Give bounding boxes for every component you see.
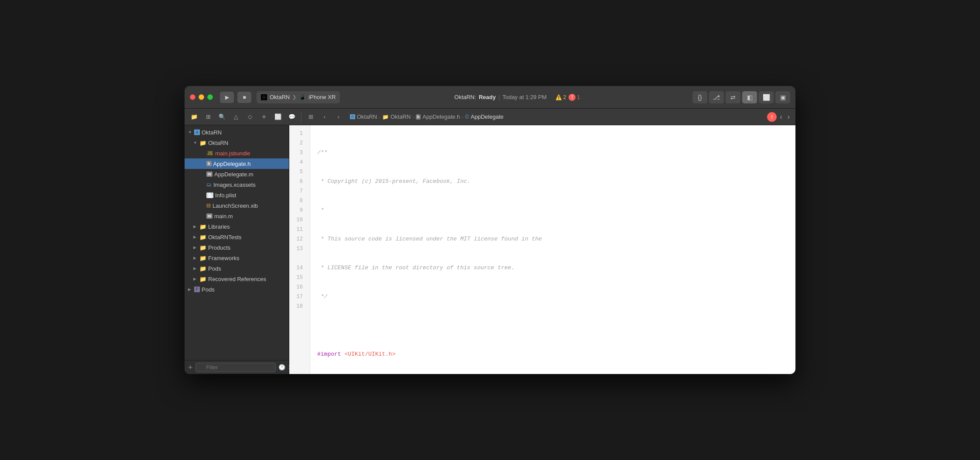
- filter-input[interactable]: [195, 363, 276, 372]
- code-editor[interactable]: 1 2 3 4 5 6 7 8 9 10 11 12 13 · 14 15 16: [289, 125, 795, 374]
- play-button[interactable]: ▶: [220, 92, 234, 103]
- layout-center-button[interactable]: ⬜: [759, 91, 774, 103]
- cmt-1: /**: [317, 148, 327, 158]
- tree-item-pods-root[interactable]: 🅿 Pods: [185, 284, 289, 295]
- line-num-13b: ·: [289, 254, 306, 263]
- error-nav-indicator: !: [767, 112, 777, 122]
- breadcrumb-item-1[interactable]: 🅰 OktaRN: [350, 113, 377, 120]
- symbol-view-button[interactable]: ⊞: [202, 111, 214, 123]
- tree-item-main-m[interactable]: m main.m: [185, 211, 289, 221]
- code-line-6: */: [317, 292, 795, 302]
- tree-item-products[interactable]: 📁 Products: [185, 242, 289, 253]
- chat-button[interactable]: 💬: [286, 111, 298, 123]
- minimize-button[interactable]: [199, 94, 204, 100]
- nav-prev-button[interactable]: ‹: [778, 112, 784, 122]
- breadcrumb-item-4[interactable]: © AppDelegate: [465, 113, 504, 120]
- tree-item-main-jsbundle[interactable]: JS main.jsbundle: [185, 148, 289, 158]
- chevron-oktarn-group: [193, 141, 198, 145]
- code-line-1: /**: [317, 148, 795, 158]
- stop-button[interactable]: ■: [237, 92, 251, 103]
- line-num-14: 14: [289, 263, 306, 273]
- breadcrumb-item-3[interactable]: h AppDelegate.h: [416, 113, 460, 120]
- tree-item-images-xcassets[interactable]: 🗂 Images.xcassets: [185, 179, 289, 190]
- tree-item-pods-group[interactable]: 📁 Pods: [185, 263, 289, 274]
- layout-left-button[interactable]: ◧: [742, 91, 757, 103]
- line-num-16: 16: [289, 282, 306, 292]
- folder-view-button[interactable]: 📁: [188, 111, 200, 123]
- tree-icon-h: h: [206, 161, 212, 166]
- chevron-oktarntests: [193, 235, 198, 239]
- tree-item-recovered-references[interactable]: 📁 Recovered References: [185, 274, 289, 284]
- tree-item-oktarn-group[interactable]: 📁 OktaRN: [185, 137, 289, 148]
- tree-icon-m: m: [206, 172, 212, 177]
- code-line-8: #import <UIKit/UIKit.h>: [317, 350, 795, 359]
- line-num-3: 3: [289, 148, 306, 158]
- chevron-pods-root: [188, 287, 192, 292]
- error-icon: !: [569, 94, 576, 101]
- back-forward-button[interactable]: ⇄: [726, 91, 740, 103]
- breadcrumb-item-2[interactable]: 📁 OktaRN: [382, 113, 411, 120]
- code-line-3: *: [317, 206, 795, 215]
- code-line-5: * LICENSE file in the root directory of …: [317, 263, 795, 273]
- warning-badge: ⚠️ 2: [555, 94, 566, 100]
- tree-item-oktarn-root[interactable]: 🅰 OktaRN: [185, 127, 289, 137]
- line-num-6: 6: [289, 177, 306, 186]
- toolbar-separator: [301, 113, 302, 121]
- git-button[interactable]: ⎇: [709, 91, 724, 103]
- tree-label-main-m: main.m: [214, 213, 233, 220]
- cmt-5: * LICENSE file in the root directory of …: [317, 263, 514, 273]
- line-num-10: 10: [289, 215, 306, 225]
- status-area: OktaRN: Ready | Today at 1:29 PM ⚠️ 2 ! …: [345, 94, 689, 101]
- tree-icon-recovered-references: 📁: [199, 276, 206, 282]
- tree-item-appdelegate-h[interactable]: h AppDelegate.h: [185, 158, 289, 169]
- add-button[interactable]: +: [188, 364, 193, 371]
- tree-icon-project: 🅰: [194, 129, 200, 136]
- nav-forward-button[interactable]: ›: [332, 111, 345, 123]
- breadcrumb-class-icon: ©: [465, 114, 469, 120]
- search-button[interactable]: 🔍: [216, 111, 228, 123]
- chevron-recovered-references: [193, 277, 198, 281]
- toolbar-right: {} ⎇ ⇄ ◧ ⬜ ▣: [692, 91, 790, 103]
- fullscreen-button[interactable]: [207, 94, 213, 100]
- tree-label-oktarn-root: OktaRN: [202, 129, 222, 136]
- main-content: 🅰 OktaRN 📁 OktaRN JS main.jsbundle: [185, 125, 795, 374]
- line-num-2: 2: [289, 138, 306, 148]
- line-num-7: 7: [289, 186, 306, 196]
- close-button[interactable]: [190, 94, 195, 100]
- tree-item-libraries[interactable]: 📁 Libraries: [185, 221, 289, 232]
- tree-label-info-plist: Info.plist: [215, 192, 236, 199]
- file-navigator: 🅰 OktaRN 📁 OktaRN JS main.jsbundle: [185, 125, 289, 374]
- tree-item-launchscreen-xib[interactable]: ⊟ LaunchScreen.xib: [185, 200, 289, 211]
- grid-button[interactable]: ⊞: [305, 111, 317, 123]
- tree-label-appdelegate-h: AppDelegate.h: [213, 161, 251, 167]
- breadcrumb-project-icon: 🅰: [350, 114, 355, 120]
- tree-item-appdelegate-m[interactable]: m AppDelegate.m: [185, 169, 289, 179]
- tree-item-frameworks[interactable]: 📁 Frameworks: [185, 253, 289, 263]
- status-separator: |: [498, 94, 500, 100]
- tag-button[interactable]: ⬜: [272, 111, 284, 123]
- tree-label-appdelegate-m: AppDelegate.m: [214, 171, 254, 178]
- nav-back-button[interactable]: ‹: [319, 111, 331, 123]
- traffic-lights: [190, 94, 213, 100]
- code-content[interactable]: /** * Copyright (c) 2015-present, Facebo…: [310, 125, 795, 374]
- tree-label-frameworks: Frameworks: [208, 255, 240, 261]
- tree-item-info-plist[interactable]: 📄 Info.plist: [185, 190, 289, 200]
- list-button[interactable]: ≡: [258, 111, 270, 123]
- line-num-11: 11: [289, 225, 306, 234]
- scheme-selector[interactable]: 🅰 OktaRN ❯ 📱 iPhone XR: [257, 91, 340, 103]
- tree-item-oktarntests[interactable]: 📁 OktaRNTests: [185, 232, 289, 242]
- chevron-libraries: [193, 224, 198, 229]
- layout-right-button[interactable]: ▣: [775, 91, 790, 103]
- nav-next-button[interactable]: ›: [785, 112, 792, 122]
- tree-icon-main-m: m: [206, 213, 212, 219]
- tree-icon-pods-root: 🅿: [194, 286, 200, 293]
- clock-icon[interactable]: 🕐: [278, 364, 285, 371]
- diamond-button[interactable]: ◇: [244, 111, 256, 123]
- warning-filter-button[interactable]: △: [230, 111, 242, 123]
- line-num-1: 1: [289, 129, 306, 138]
- line-num-4: 4: [289, 158, 306, 167]
- breadcrumb-h-icon: h: [416, 114, 421, 120]
- status-ready: Ready: [479, 94, 496, 100]
- code-line-4: * This source code is licensed under the…: [317, 234, 795, 244]
- braces-button[interactable]: {}: [692, 91, 707, 103]
